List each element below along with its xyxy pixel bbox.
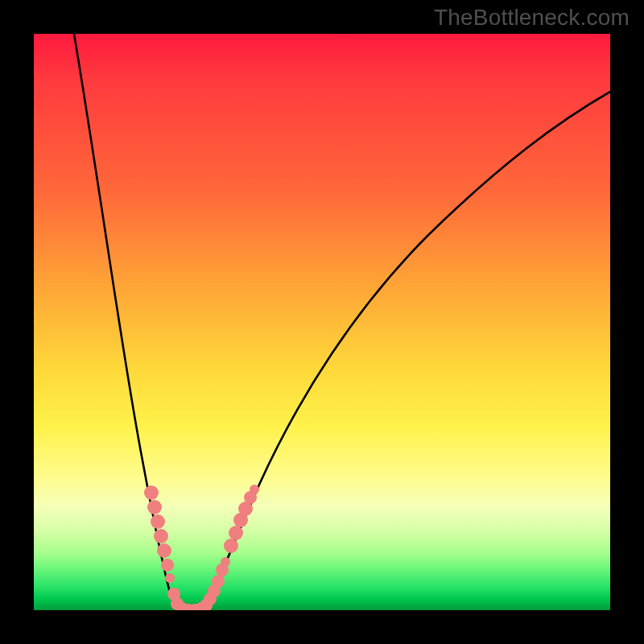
- data-marker: [250, 485, 259, 494]
- curve-right-branch: [203, 92, 610, 609]
- data-marker: [229, 526, 243, 540]
- data-marker: [212, 575, 225, 588]
- data-marker: [151, 514, 165, 529]
- data-marker: [157, 543, 171, 558]
- data-marker: [144, 485, 159, 500]
- data-marker: [224, 539, 238, 553]
- data-marker: [165, 573, 175, 583]
- data-marker: [221, 557, 230, 567]
- chart-frame: TheBottleneck.com: [0, 0, 644, 644]
- data-marker: [147, 500, 162, 514]
- watermark-label: TheBottleneck.com: [434, 5, 630, 31]
- data-marker: [161, 559, 174, 572]
- data-marker: [154, 529, 168, 543]
- plot-area: [34, 34, 610, 610]
- plot-svg: [34, 34, 610, 610]
